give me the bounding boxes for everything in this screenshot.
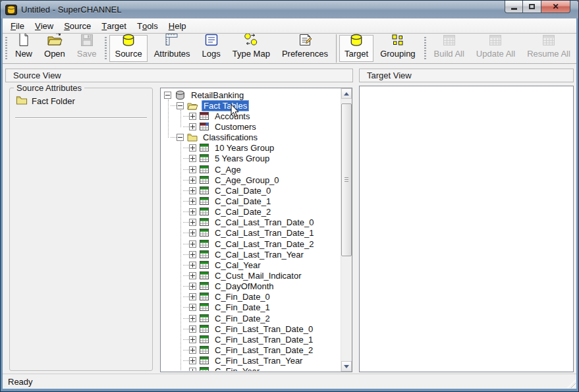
resize-grip-icon[interactable] (567, 379, 576, 388)
expand-box-icon[interactable] (189, 123, 196, 130)
tree-item-c-age[interactable]: C_Age (162, 164, 339, 175)
tree-item-c-fin-last-tran-date-0[interactable]: C_Fin_Last_Tran_Date_0 (162, 323, 339, 334)
expand-box-icon[interactable] (189, 166, 196, 173)
source-button[interactable]: Source (109, 35, 147, 62)
logs-button[interactable]: Logs (197, 35, 226, 62)
tree-item-c-cal-date-2[interactable]: C_Cal_Date_2 (162, 207, 339, 217)
tree-item-c-cal-date-0[interactable]: C_Cal_Date_0 (162, 185, 339, 196)
expand-box-icon[interactable] (189, 240, 196, 248)
tree-item-c-fin-date-0[interactable]: C_Fin_Date_0 (162, 292, 339, 302)
expand-box-icon[interactable] (189, 198, 196, 205)
expand-box-icon[interactable] (189, 315, 196, 322)
tree-item-c-cal-last-tran-date-0[interactable]: C_Cal_Last_Tran_Date_0 (162, 217, 339, 228)
expand-box-icon[interactable] (189, 325, 196, 333)
tree-item-label: C_DayOfMonth (213, 281, 276, 292)
expand-box-icon[interactable] (189, 251, 196, 258)
toolbar-group: Build AllUpdate AllResume All (422, 34, 576, 63)
toolbar-group: TargetGrouping (334, 34, 422, 63)
tree-item-c-cust-mail-indicator[interactable]: C_Cust_Mail_Indicator (162, 270, 339, 281)
tree-item-c-fin-last-tran-year[interactable]: C_Fin_Last_Tran_Year (162, 356, 339, 366)
target-button[interactable]: Target (339, 35, 373, 62)
scrollbar-down-button[interactable] (341, 361, 352, 372)
tree-item-c-cal-date-1[interactable]: C_Cal_Date_1 (162, 196, 339, 206)
expand-box-icon[interactable] (189, 272, 196, 279)
toolbar-grip (424, 37, 426, 60)
expand-box-icon[interactable] (189, 262, 196, 269)
expand-box-icon[interactable] (189, 113, 196, 120)
tree-item-c-age-group-0[interactable]: C_Age_Group_0 (162, 175, 339, 185)
titlebar[interactable]: Untitled - SuperCHANNEL ✕ (1, 1, 578, 18)
scrollbar-thumb[interactable] (341, 103, 352, 256)
tree-vertical-scrollbar[interactable] (341, 88, 352, 372)
open-button[interactable]: Open (39, 35, 70, 62)
expand-box-icon[interactable] (189, 229, 196, 237)
tree-item-label: 5 Years Group (213, 153, 271, 164)
target-view-panel (359, 86, 574, 372)
expand-box-icon[interactable] (189, 368, 196, 371)
grouping-button[interactable]: Grouping (375, 35, 420, 62)
tree-item-accounts[interactable]: Accounts (162, 111, 339, 121)
client-area: FileViewSourceTargetToolsHelp NewOpenSav… (3, 18, 576, 389)
expand-box-icon[interactable] (189, 336, 196, 343)
tree-item-classifications[interactable]: Classifications (162, 132, 339, 143)
table-green-icon (200, 335, 209, 344)
attributes-button[interactable]: Attributes (149, 35, 196, 62)
minimize-button[interactable] (505, 1, 523, 13)
expand-box-icon[interactable] (189, 304, 196, 311)
tree-item-c-dayofmonth[interactable]: C_DayOfMonth (162, 281, 339, 292)
tree-item-5-years-group[interactable]: 5 Years Group (162, 154, 339, 164)
expand-box-icon[interactable] (189, 219, 196, 226)
type-map-button[interactable]: Type Map (227, 35, 275, 62)
expand-box-icon[interactable] (189, 293, 196, 300)
collapse-box-icon[interactable] (164, 92, 171, 99)
menu-item-tools[interactable]: Tools (132, 18, 163, 33)
tree-item-label: C_Cust_Mail_Indicator (213, 270, 304, 281)
collapse-box-icon[interactable] (177, 134, 184, 141)
menu-item-target[interactable]: Target (96, 18, 132, 33)
menu-item-file[interactable]: File (5, 18, 30, 33)
tree-item-label: C_Cal_Last_Tran_Date_2 (213, 238, 316, 250)
close-button[interactable]: ✕ (541, 1, 570, 13)
tree-item-label: Accounts (213, 111, 252, 122)
update-all-button: Update All (471, 35, 520, 62)
tree-item-c-fin-last-tran-date-2[interactable]: C_Fin_Last_Tran_Date_2 (162, 345, 339, 355)
tree-item-10-years-group[interactable]: 10 Years Group (162, 143, 339, 154)
expand-box-icon[interactable] (189, 187, 196, 194)
menu-item-source[interactable]: Source (59, 18, 96, 33)
fact-folder-item[interactable]: Fact Folder (16, 96, 75, 107)
tree-item-c-cal-last-tran-year[interactable]: C_Cal_Last_Tran_Year (162, 249, 339, 260)
tree-item-c-fin-date-2[interactable]: C_Fin_Date_2 (162, 313, 339, 323)
scrollbar-up-button[interactable] (341, 88, 352, 99)
expand-box-icon[interactable] (189, 347, 196, 354)
tree-item-customers[interactable]: Customers (162, 121, 339, 132)
new-button[interactable]: New (10, 35, 38, 62)
expand-box-icon[interactable] (189, 177, 196, 184)
expand-box-icon[interactable] (189, 208, 196, 215)
status-bar: Ready (3, 374, 576, 389)
toolbar-button-label: Grouping (380, 49, 415, 59)
tree-item-retailbanking[interactable]: RetailBanking (162, 90, 339, 100)
tree-item-c-cal-last-tran-date-2[interactable]: C_Cal_Last_Tran_Date_2 (162, 238, 339, 249)
source-attributes-label: Source Attributes (14, 83, 84, 93)
preferences-button[interactable]: Preferences (277, 35, 333, 62)
tree-item-c-fin-date-1[interactable]: C_Fin_Date_1 (162, 302, 339, 313)
tree-item-c-cal-year[interactable]: C_Cal_Year (162, 260, 339, 270)
menu-item-help[interactable]: Help (163, 18, 192, 33)
tree-item-fact-tables[interactable]: Fact Tables (162, 100, 339, 111)
tree-item-label: 10 Years Group (213, 142, 276, 154)
expand-box-icon[interactable] (189, 144, 196, 152)
toolbar-button-label: Logs (202, 49, 221, 59)
expand-box-icon[interactable] (189, 283, 196, 290)
folder-open-icon (187, 101, 198, 110)
menu-item-view[interactable]: View (30, 18, 59, 33)
menu-bar: FileViewSourceTargetToolsHelp (3, 18, 576, 33)
maximize-button[interactable] (523, 1, 541, 13)
tree-item-c-cal-last-tran-date-1[interactable]: C_Cal_Last_Tran_Date_1 (162, 228, 339, 238)
tree-item-c-fin-last-tran-date-1[interactable]: C_Fin_Last_Tran_Date_1 (162, 334, 339, 345)
tree-item-c-fin-year[interactable]: C_Fin_Year (162, 366, 339, 371)
tree-item-label: C_Fin_Last_Tran_Date_2 (213, 345, 315, 356)
folder-icon (16, 96, 28, 107)
expand-box-icon[interactable] (189, 155, 196, 162)
expand-box-icon[interactable] (189, 357, 196, 364)
collapse-box-icon[interactable] (177, 102, 184, 109)
